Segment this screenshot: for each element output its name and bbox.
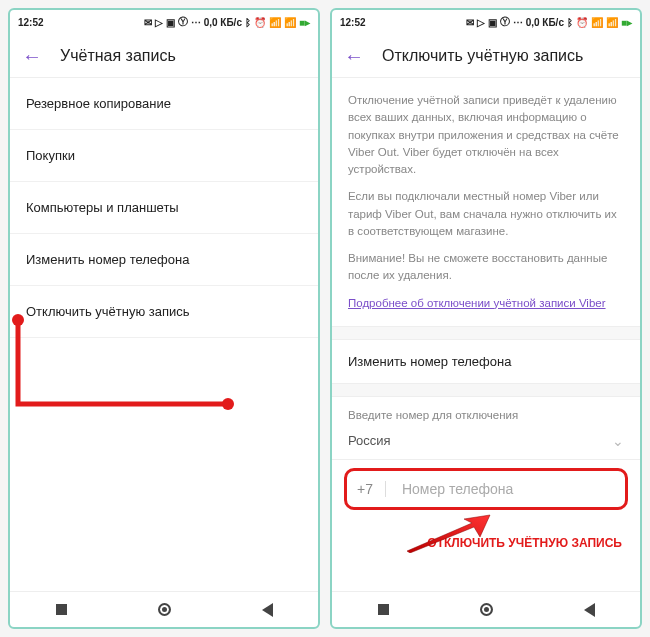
- nav-back-icon[interactable]: [584, 603, 595, 617]
- battery-icon: ■▸: [299, 17, 310, 28]
- status-bar: 12:52 ✉ ▷ ▣ Ⓨ ⋯ 0,0 КБ/с ᛒ ⏰ 📶 📶 ■▸: [332, 10, 640, 34]
- country-selector[interactable]: Россия ⌄: [332, 427, 640, 460]
- menu-item-backup[interactable]: Резервное копирование: [10, 78, 318, 130]
- desc-paragraph-2: Если вы подключали местный номер Viber и…: [348, 188, 624, 240]
- signal-icon: 📶: [591, 17, 603, 28]
- dots-icon: ⋯: [513, 17, 523, 28]
- page-title: Отключить учётную запись: [382, 47, 583, 65]
- deactivate-content: Отключение учётной записи приведёт к уда…: [332, 78, 640, 591]
- youtube-icon: ▣: [488, 17, 497, 28]
- title-bar-left: ← Учётная запись: [10, 34, 318, 78]
- title-bar-right: ← Отключить учётную запись: [332, 34, 640, 78]
- net-speed: 0,0 КБ/с: [526, 17, 564, 28]
- alarm-icon: ⏰: [254, 17, 266, 28]
- wifi-icon: 📶: [284, 17, 296, 28]
- chevron-down-icon: ⌄: [612, 433, 624, 449]
- nav-recent-icon[interactable]: [378, 604, 389, 615]
- wifi-icon: 📶: [606, 17, 618, 28]
- section-divider: [332, 383, 640, 397]
- android-navbar: [10, 591, 318, 627]
- page-title: Учётная запись: [60, 47, 176, 65]
- yandex-icon: Ⓨ: [178, 15, 188, 29]
- youtube-icon: ▣: [166, 17, 175, 28]
- phone-prefix: +7: [357, 481, 386, 497]
- screenshot-right: 12:52 ✉ ▷ ▣ Ⓨ ⋯ 0,0 КБ/с ᛒ ⏰ 📶 📶 ■▸ ← От…: [330, 8, 642, 629]
- alarm-icon: ⏰: [576, 17, 588, 28]
- yandex-icon: Ⓨ: [500, 15, 510, 29]
- back-arrow-icon[interactable]: ←: [22, 46, 42, 66]
- desc-paragraph-1: Отключение учётной записи приведёт к уда…: [348, 92, 624, 178]
- nav-back-icon[interactable]: [262, 603, 273, 617]
- phone-number-input[interactable]: [402, 481, 615, 497]
- status-icons: ✉ ▷ ▣ Ⓨ ⋯ 0,0 КБ/с ᛒ ⏰ 📶 📶 ■▸: [144, 15, 310, 29]
- back-arrow-icon[interactable]: ←: [344, 46, 364, 66]
- status-bar: 12:52 ✉ ▷ ▣ Ⓨ ⋯ 0,0 КБ/с ᛒ ⏰ 📶 📶 ■▸: [10, 10, 318, 34]
- phone-input-row: +7: [344, 468, 628, 510]
- deactivate-button[interactable]: ОТКЛЮЧИТЬ УЧЁТНУЮ ЗАПИСЬ: [332, 518, 640, 558]
- nav-recent-icon[interactable]: [56, 604, 67, 615]
- description-block: Отключение учётной записи приведёт к уда…: [332, 78, 640, 326]
- msg-icon: ✉: [466, 17, 474, 28]
- menu-item-purchases[interactable]: Покупки: [10, 130, 318, 182]
- play-icon: ▷: [477, 17, 485, 28]
- status-time: 12:52: [18, 17, 44, 28]
- nav-home-icon[interactable]: [158, 603, 171, 616]
- desc-paragraph-3: Внимание! Вы не сможете восстановить дан…: [348, 250, 624, 285]
- bluetooth-icon: ᛒ: [245, 17, 251, 28]
- msg-icon: ✉: [144, 17, 152, 28]
- menu-list: Резервное копирование Покупки Компьютеры…: [10, 78, 318, 591]
- dots-icon: ⋯: [191, 17, 201, 28]
- section-divider: [332, 326, 640, 340]
- android-navbar: [332, 591, 640, 627]
- country-value: Россия: [348, 433, 391, 448]
- bluetooth-icon: ᛒ: [567, 17, 573, 28]
- learn-more-link[interactable]: Подробнее об отключении учётной записи V…: [348, 297, 606, 309]
- net-speed: 0,0 КБ/с: [204, 17, 242, 28]
- play-icon: ▷: [155, 17, 163, 28]
- menu-item-deactivate[interactable]: Отключить учётную запись: [10, 286, 318, 338]
- menu-item-computers[interactable]: Компьютеры и планшеты: [10, 182, 318, 234]
- menu-item-change-number[interactable]: Изменить номер телефона: [10, 234, 318, 286]
- change-number-section[interactable]: Изменить номер телефона: [332, 340, 640, 383]
- signal-icon: 📶: [269, 17, 281, 28]
- status-time: 12:52: [340, 17, 366, 28]
- screenshot-left: 12:52 ✉ ▷ ▣ Ⓨ ⋯ 0,0 КБ/с ᛒ ⏰ 📶 📶 ■▸ ← Уч…: [8, 8, 320, 629]
- battery-icon: ■▸: [621, 17, 632, 28]
- nav-home-icon[interactable]: [480, 603, 493, 616]
- status-icons: ✉ ▷ ▣ Ⓨ ⋯ 0,0 КБ/с ᛒ ⏰ 📶 📶 ■▸: [466, 15, 632, 29]
- svg-point-1: [222, 398, 234, 410]
- phone-field-label: Введите номер для отключения: [332, 397, 640, 427]
